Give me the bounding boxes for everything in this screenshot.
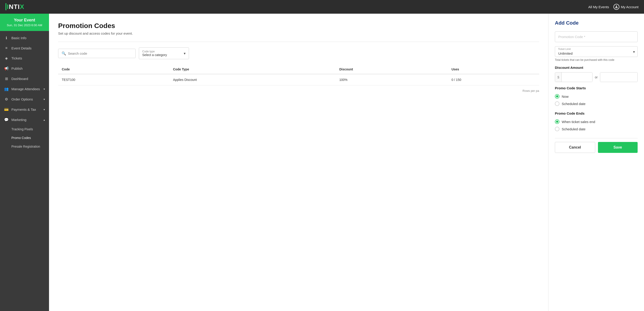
dollar-input[interactable] (562, 72, 592, 82)
sidebar-item-marketing[interactable]: 💬 Marketing ▴ (0, 115, 49, 125)
ends-scheduled-label: Scheduled date (562, 127, 586, 131)
cancel-button[interactable]: Cancel (555, 142, 595, 153)
promo-code-input[interactable] (555, 31, 638, 42)
dashboard-icon: ⊞ (4, 76, 9, 81)
sidebar-item-label: Basic Info (12, 36, 26, 40)
filter-row: 🔍 Code type Select a category ▾ (58, 47, 539, 59)
save-button[interactable]: Save (598, 142, 638, 153)
sidebar-item-dashboard[interactable]: ⊞ Dashboard (0, 74, 49, 84)
sidebar-event-info: Your Event Sun, 31 Dec 2023 6:00 AM (0, 14, 49, 31)
discount-amount-group: Discount Amount $ or % (555, 66, 638, 82)
sub-item-label: Promo Codes (12, 136, 31, 140)
percent-input[interactable] (600, 72, 638, 82)
event-date: Sun, 31 Dec 2023 6:00 AM (4, 23, 45, 27)
radio-inner (556, 95, 558, 97)
radio-inner (556, 120, 558, 123)
ticket-limit-hint: Total tickets that can be purchased with… (555, 58, 638, 61)
list-icon: ≡ (4, 46, 9, 50)
radio-circle-unselected (555, 101, 560, 106)
publish-icon: 📢 (4, 66, 9, 71)
starts-now-option[interactable]: Now (555, 93, 638, 100)
sub-item-label: Presale Registration (12, 145, 40, 148)
sidebar-item-label: Payments & Tax (12, 108, 36, 111)
my-account-button[interactable]: My Account (614, 4, 638, 10)
sidebar-item-label: Marketing (12, 118, 26, 122)
table-cell-discount: 100% (336, 74, 448, 85)
radio-circle-unselected (555, 127, 560, 131)
percent-input-wrap: % (600, 72, 638, 82)
top-navbar: INTIX All My Events My Account (0, 0, 644, 14)
ends-scheduled-option[interactable]: Scheduled date (555, 125, 638, 133)
dollar-input-wrap: $ (555, 72, 592, 82)
table-header-code: Code (58, 65, 170, 74)
or-text: or (595, 75, 598, 79)
table-cell-uses: 0 / 150 (448, 74, 539, 85)
topnav-right: All My Events My Account (588, 4, 638, 10)
ticket-limit-select[interactable]: Unlimited (555, 46, 638, 57)
ends-ticket-sales-label: When ticket sales end (562, 120, 595, 124)
attendees-icon: 👥 (4, 87, 9, 91)
chevron-up-icon: ▴ (44, 118, 45, 121)
discount-row: $ or % (555, 72, 638, 82)
sidebar-navigation: ℹ Basic Info ≡ Event Details ◈ Tickets 📢… (0, 31, 49, 311)
all-events-link[interactable]: All My Events (588, 5, 609, 9)
table-header-uses: Uses (448, 65, 539, 74)
starts-scheduled-option[interactable]: Scheduled date (555, 100, 638, 107)
starts-now-label: Now (562, 95, 568, 98)
divider (58, 42, 539, 42)
dollar-prefix: $ (555, 72, 562, 82)
sidebar-item-tickets[interactable]: ◈ Tickets (0, 53, 49, 63)
table-cell-code-type: Applies Discount (170, 74, 336, 85)
search-input[interactable] (68, 51, 132, 55)
account-icon (614, 4, 620, 10)
chevron-down-icon: ▾ (44, 98, 45, 101)
sidebar-item-manage-attendees[interactable]: 👥 Manage Attendees ▾ (0, 84, 49, 94)
radio-circle-selected (555, 119, 560, 124)
sidebar-item-publish[interactable]: 📢 Publish (0, 63, 49, 74)
chevron-down-icon: ▾ (184, 51, 186, 56)
sidebar-sub-item-promo-codes[interactable]: Promo Codes (0, 133, 49, 142)
page-title: Promotion Codes (58, 22, 539, 30)
info-icon: ℹ (4, 36, 9, 40)
table-header-code-type: Code Type (170, 65, 336, 74)
ends-ticket-sales-option[interactable]: When ticket sales end (555, 118, 638, 125)
sidebar: Your Event Sun, 31 Dec 2023 6:00 AM ℹ Ba… (0, 14, 49, 311)
promo-ends-label: Promo Code Ends (555, 111, 638, 115)
sidebar-item-label: Event Details (12, 46, 32, 50)
promo-starts-label: Promo Code Starts (555, 86, 638, 90)
payments-icon: 💳 (4, 107, 9, 112)
rows-per-page: Rows per pa (58, 89, 539, 92)
sidebar-item-event-details[interactable]: ≡ Event Details (0, 43, 49, 53)
filter-value: Select a category (142, 53, 167, 57)
ticket-limit-group: Ticket Limit Unlimited ▾ Total tickets t… (555, 46, 638, 61)
sidebar-item-basic-info[interactable]: ℹ Basic Info (0, 33, 49, 43)
logo[interactable]: INTIX (6, 3, 24, 10)
panel-footer: Cancel Save (555, 138, 638, 153)
sidebar-sub-item-presale-registration[interactable]: Presale Registration (0, 142, 49, 151)
starts-radio-group: Now Scheduled date (555, 93, 638, 107)
code-type-filter[interactable]: Code type Select a category ▾ (139, 47, 189, 59)
sidebar-item-label: Order Options (12, 97, 33, 101)
sidebar-item-label: Tickets (12, 56, 22, 60)
ticket-limit-wrapper: Ticket Limit Unlimited ▾ (555, 46, 638, 57)
sidebar-item-order-options[interactable]: ⚙ Order Options ▾ (0, 94, 49, 104)
sidebar-sub-item-tracking-pixels[interactable]: Tracking Pixels (0, 125, 49, 133)
logo-text: INTIX (6, 3, 24, 10)
panel-title: Add Code (555, 20, 638, 26)
search-icon: 🔍 (62, 51, 66, 56)
radio-circle-selected (555, 94, 560, 99)
main-content: Promotion Codes Set up discount and acce… (49, 14, 548, 311)
sidebar-item-payments-tax[interactable]: 💳 Payments & Tax ▾ (0, 104, 49, 115)
marketing-icon: 💬 (4, 118, 9, 122)
table-row: TEST100 Applies Discount 100% 0 / 150 (58, 74, 539, 85)
table-header-discount: Discount (336, 65, 448, 74)
chevron-down-icon: ▾ (44, 108, 45, 111)
settings-icon: ⚙ (4, 97, 9, 101)
sidebar-item-label: Manage Attendees (12, 87, 40, 91)
filter-label: Code type (142, 50, 167, 53)
discount-amount-label: Discount Amount (555, 66, 638, 69)
page-subtitle: Set up discount and access codes for you… (58, 31, 539, 35)
search-box[interactable]: 🔍 (58, 49, 136, 58)
table-cell-code: TEST100 (58, 74, 170, 85)
promo-starts-group: Promo Code Starts Now Scheduled date (555, 86, 638, 107)
